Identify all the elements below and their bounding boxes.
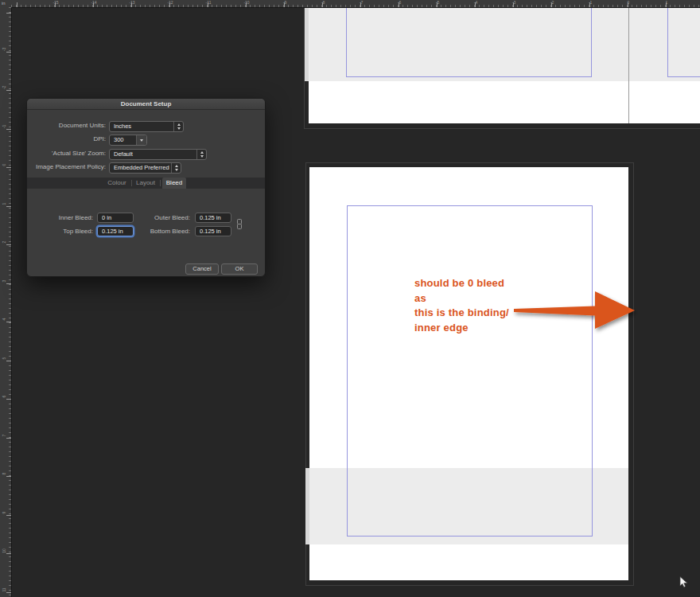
dpi-value: 300	[114, 135, 124, 145]
dialog-title[interactable]: Document Setup	[27, 99, 265, 110]
application-canvas: should be 0 bleed as this is the binding…	[0, 0, 700, 597]
stepper-icon[interactable]	[171, 163, 181, 173]
image-frame-top[interactable]	[305, 8, 700, 81]
margin-guide-main	[347, 205, 593, 537]
image-placement-select[interactable]: Embedded Preferred	[109, 162, 181, 174]
tab-colour[interactable]: Colour	[103, 178, 130, 189]
ruler-top-major-ticks	[11, 2, 700, 7]
annotation-arrow-icon[interactable]	[509, 283, 640, 334]
image-frame-bottom-bleed	[305, 468, 309, 544]
dialog-tabstrip: Colour Layout Bleed	[27, 178, 265, 189]
annotation-line: this is the binding/	[414, 306, 518, 321]
margin-guide-page2-left	[667, 8, 668, 76]
actual-size-zoom-value: Default	[114, 150, 133, 159]
document-units-label: Document Units:	[29, 121, 106, 131]
margin-guide-top-bottom	[346, 76, 592, 77]
ruler-left[interactable]: -3-2-101234567891011	[0, 7, 12, 597]
image-frame-top-bleed	[305, 8, 309, 81]
bottom-bleed-input[interactable]	[195, 226, 231, 236]
margin-guide-top-left	[346, 8, 347, 76]
ruler-top[interactable]: -15-14-13-12-11-10-9-8-7-6-5-4-3-2-101	[11, 0, 700, 8]
outer-bleed-input[interactable]	[195, 213, 231, 223]
dpi-label: DPI:	[29, 135, 106, 144]
stepper-icon[interactable]	[196, 150, 206, 159]
actual-size-zoom-select[interactable]: Default	[109, 149, 207, 160]
spread-spine-divider	[628, 8, 629, 123]
dropdown-arrow-icon[interactable]	[136, 135, 146, 145]
link-bleed-values-icon[interactable]	[237, 219, 241, 229]
annotation-text[interactable]: should be 0 bleed as this is the binding…	[414, 276, 518, 335]
bottom-bleed-label: Bottom Bleed:	[127, 226, 190, 236]
image-placement-label: Image Placement Policy:	[29, 162, 106, 172]
ok-button[interactable]: OK	[221, 263, 258, 275]
annotation-line: should be 0 bleed as	[414, 276, 518, 306]
document-units-value: Inches	[114, 122, 131, 131]
margin-guide-page2-bottom	[667, 76, 700, 77]
ruler-left-major-ticks	[6, 7, 11, 597]
mouse-cursor-icon	[679, 576, 689, 589]
cancel-button[interactable]: Cancel	[185, 263, 219, 275]
image-placement-value: Embedded Preferred	[114, 163, 169, 173]
stepper-icon[interactable]	[173, 122, 183, 131]
top-bleed-label: Top Bleed:	[30, 226, 93, 236]
outer-bleed-label: Outer Bleed:	[127, 213, 190, 223]
margin-guide-top-right	[591, 8, 592, 76]
document-setup-dialog: Document Setup Document Units: Inches DP…	[26, 98, 266, 277]
document-units-select[interactable]: Inches	[109, 121, 184, 132]
tab-layout[interactable]: Layout	[132, 178, 159, 189]
tab-bleed[interactable]: Bleed	[162, 178, 186, 189]
dpi-combo[interactable]: 300	[109, 135, 147, 146]
actual-size-zoom-label: 'Actual Size' Zoom:	[29, 149, 106, 158]
inner-bleed-label: Inner Bleed:	[30, 213, 93, 223]
annotation-line: inner edge	[414, 321, 518, 336]
tab-divider	[160, 180, 161, 186]
